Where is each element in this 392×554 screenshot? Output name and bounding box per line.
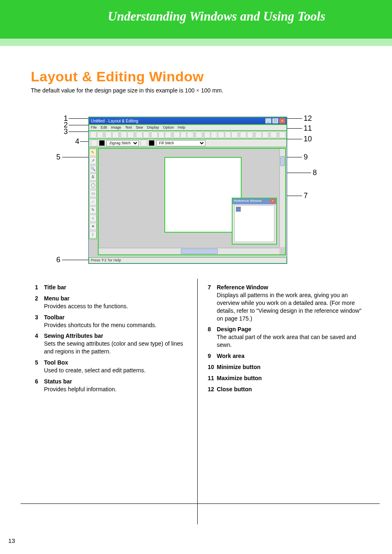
menu-display[interactable]: Display xyxy=(147,125,159,129)
tool-shape-icon[interactable]: ✎ xyxy=(89,206,97,214)
menu-edit[interactable]: Edit xyxy=(101,125,107,129)
tb-ref-icon[interactable] xyxy=(279,132,286,138)
attr-fill-stitch-select[interactable]: Fill Stitch xyxy=(156,140,205,146)
tool-manual-icon[interactable]: ⟐ xyxy=(89,215,97,222)
tool-zoom-icon[interactable]: 🔍 xyxy=(89,165,97,173)
horizontal-scrollbar[interactable] xyxy=(99,248,279,254)
tb-misc-icon[interactable] xyxy=(270,132,277,138)
tb-cut-icon[interactable] xyxy=(151,132,158,138)
tb-write-icon[interactable] xyxy=(255,132,262,138)
menu-text[interactable]: Text xyxy=(125,125,132,129)
list-item: 7 Reference WindowDisplays all patterns … xyxy=(208,284,364,322)
tb-refresh-icon[interactable] xyxy=(187,132,194,138)
work-area[interactable]: Reference Window × xyxy=(98,148,286,255)
attr-fill-toggle-icon[interactable] xyxy=(141,140,147,146)
attr-fill-color[interactable] xyxy=(149,140,154,146)
callout-7: 7 xyxy=(304,192,308,200)
tb-new-icon[interactable] xyxy=(90,132,97,138)
reference-window-title: Reference Window xyxy=(234,199,262,204)
legend-right: 7 Reference WindowDisplays all patterns … xyxy=(197,284,364,397)
callout-12: 12 xyxy=(304,114,312,123)
list-item: 1 Title bar xyxy=(35,284,189,291)
menu-sew[interactable]: Sew xyxy=(136,125,143,129)
tb-copy-icon[interactable] xyxy=(158,132,165,138)
close-button[interactable]: × xyxy=(279,118,286,124)
banner-title: Understanding Windows and Using Tools xyxy=(0,9,392,24)
tool-text-icon[interactable]: A xyxy=(89,173,97,181)
tool-circle-icon[interactable]: ◯ xyxy=(89,182,97,189)
tool-edit-icon[interactable]: ↗ xyxy=(89,157,97,164)
tool-measure-icon[interactable]: ⟟ xyxy=(89,231,97,238)
callout-10: 10 xyxy=(304,135,312,143)
title-bar: Untitled - Layout & Editing _ □ × xyxy=(89,117,287,125)
tb-img-icon[interactable] xyxy=(204,132,211,138)
menu-help[interactable]: Help xyxy=(178,125,186,129)
tool-select-icon[interactable]: ↖ xyxy=(89,149,97,156)
sewing-attributes-bar: Zigzag Stitch Fill Stitch xyxy=(89,139,287,147)
list-item: 6 Status barProvides helpful information… xyxy=(35,378,189,393)
design-page[interactable] xyxy=(164,157,242,233)
tb-layout-icon[interactable] xyxy=(121,132,127,138)
callout-8: 8 xyxy=(313,169,317,177)
attr-line-color[interactable] xyxy=(99,140,105,146)
page-heading: Layout & Editing Window xyxy=(31,69,363,85)
attr-line-toggle-icon[interactable] xyxy=(91,140,97,146)
list-item: 8 Design PageThe actual part of the work… xyxy=(208,325,364,349)
callout-3: 3 xyxy=(64,127,68,136)
tb-text2-icon[interactable] xyxy=(225,132,231,138)
list-item: 4 Sewing Attributes barSets the sewing a… xyxy=(35,332,189,355)
callout-11: 11 xyxy=(304,124,312,133)
callout-6: 6 xyxy=(56,256,60,264)
legend-lists: 1 Title bar 2 Menu barProvides access to… xyxy=(31,284,363,397)
list-item: 12 Close button xyxy=(208,385,364,393)
tool-box: ↖ ↗ 🔍 A ◯ ▭ ⟋ ✎ ⟐ ✦ ⟟ xyxy=(89,148,97,239)
vertical-scrollbar[interactable] xyxy=(279,149,285,247)
menu-option[interactable]: Option xyxy=(163,125,174,129)
maximize-button[interactable]: □ xyxy=(272,118,279,124)
list-item: 11 Maximize button xyxy=(208,374,364,382)
header-banner: Understanding Windows and Using Tools xyxy=(0,0,392,39)
menu-image[interactable]: Image xyxy=(111,125,121,129)
reference-thumb-icon[interactable] xyxy=(236,207,241,212)
callout-5: 5 xyxy=(56,153,60,162)
tb-write2-icon[interactable] xyxy=(262,132,269,138)
tb-save-icon[interactable] xyxy=(105,132,112,138)
tb-ungroup-icon[interactable] xyxy=(180,132,187,138)
figure: 1 2 3 4 5 6 12 11 10 9 8 7 Untitled - La… xyxy=(31,117,363,273)
toolbar xyxy=(89,131,287,139)
list-item: 3 ToolbarProvides shortcuts for the menu… xyxy=(35,314,189,329)
tb-text3-icon[interactable] xyxy=(231,132,238,138)
tb-save2-icon[interactable] xyxy=(112,132,119,138)
tb-prop-icon[interactable] xyxy=(240,132,247,138)
tb-img2-icon[interactable] xyxy=(211,132,217,138)
reference-close-icon[interactable]: × xyxy=(270,199,275,203)
menu-file[interactable]: File xyxy=(91,125,97,129)
list-item: 5 Tool BoxUsed to create, select and edi… xyxy=(35,359,189,374)
tb-layout2-icon[interactable] xyxy=(127,132,134,138)
list-item: 9 Work area xyxy=(208,352,364,360)
tb-prop2-icon[interactable] xyxy=(247,132,254,138)
window-title: Untitled - Layout & Editing xyxy=(91,119,138,123)
tool-stamp-icon[interactable]: ✦ xyxy=(89,223,97,230)
tb-undo-icon[interactable] xyxy=(136,132,143,138)
minimize-button[interactable]: _ xyxy=(265,118,272,124)
tb-paste-icon[interactable] xyxy=(165,132,171,138)
callout-4: 4 xyxy=(75,137,79,146)
reference-body xyxy=(234,205,274,242)
tool-rect-icon[interactable]: ▭ xyxy=(89,190,97,197)
attr-line-stitch-select[interactable]: Zigzag Stitch xyxy=(106,140,139,146)
app-window: Untitled - Layout & Editing _ □ × File E… xyxy=(88,117,287,264)
tb-group-icon[interactable] xyxy=(173,132,180,138)
tb-wizard-icon[interactable] xyxy=(196,132,202,138)
tb-text-icon[interactable] xyxy=(218,132,224,138)
callout-9: 9 xyxy=(304,153,308,162)
list-item: 2 Menu barProvides access to the functio… xyxy=(35,295,189,310)
column-divider xyxy=(197,279,198,524)
tool-outline-icon[interactable]: ⟋ xyxy=(89,198,97,205)
tb-open-icon[interactable] xyxy=(97,132,104,138)
status-bar: Press 'F1' for Help xyxy=(89,257,287,263)
header-subband xyxy=(0,39,392,46)
tb-redo-icon[interactable] xyxy=(143,132,150,138)
reference-window[interactable]: Reference Window × xyxy=(232,198,277,245)
intro-text: The default value for the design page si… xyxy=(31,87,363,94)
